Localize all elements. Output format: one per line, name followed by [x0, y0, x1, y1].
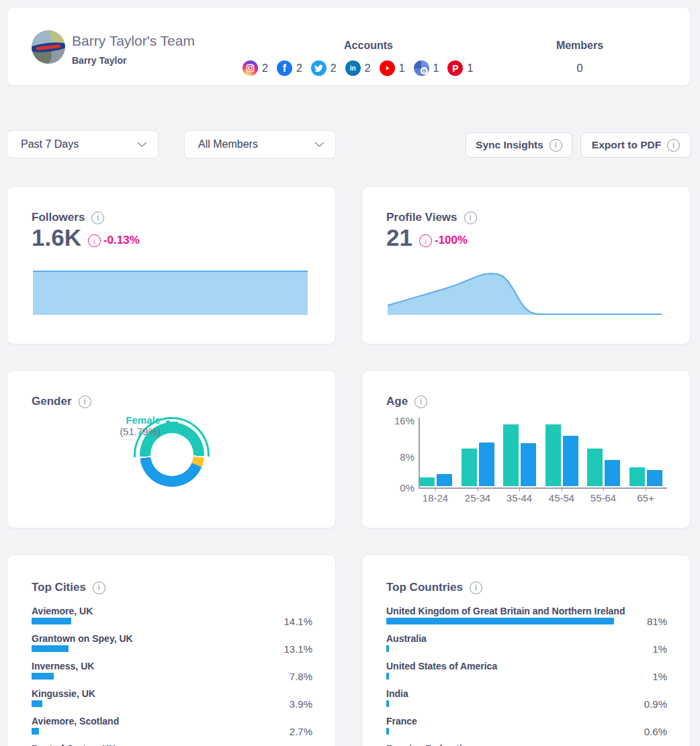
members-group: Members 0	[533, 40, 627, 75]
members-dropdown[interactable]: All Members	[184, 130, 336, 158]
team-names: Barry Taylor's Team Barry Taylor	[72, 33, 195, 66]
list-item-label: Aviemore, Scotland	[32, 716, 312, 727]
instagram-icon	[243, 60, 258, 76]
insights-dashboard: { "header": { "team_name": "Barry Taylor…	[0, 0, 700, 746]
info-icon[interactable]: i	[470, 581, 482, 594]
info-icon[interactable]: i	[93, 581, 105, 594]
followers-change: ↓ -0.13%	[88, 234, 140, 247]
profile-views-area-chart	[388, 269, 662, 315]
list-item-bar	[386, 673, 389, 680]
followers-area-fill	[33, 271, 308, 315]
date-range-dropdown[interactable]: Past 7 Days	[7, 130, 159, 158]
sync-insights-button[interactable]: Sync Insights i	[466, 132, 572, 158]
members-label: Members	[533, 40, 627, 52]
info-icon[interactable]: i	[464, 212, 477, 224]
age-x-label: 18-24	[412, 492, 459, 504]
list-item-label: Kingussie, UK	[32, 688, 312, 699]
age-ytick-16: 16%	[388, 415, 414, 426]
chevron-down-icon	[137, 142, 147, 148]
profile_views-area-fill	[388, 273, 662, 315]
age-bar-group-35-44	[503, 424, 536, 486]
age-bar-female	[503, 424, 519, 486]
info-icon[interactable]: i	[414, 395, 427, 408]
members-count: 0	[533, 62, 627, 75]
info-icon[interactable]: i	[91, 212, 104, 224]
list-item-bar	[386, 728, 389, 735]
youtube-icon	[380, 60, 395, 76]
google-my-business-account-count: 1	[433, 62, 439, 75]
list-item-value: 1%	[652, 671, 667, 682]
accounts-row: 2f22in21G1P1	[243, 60, 494, 76]
account-twitter: 2	[311, 60, 337, 76]
list-item: Russian Federation	[386, 743, 667, 746]
list-item-label: Inverness, UK	[32, 661, 312, 671]
owner-name: Barry Taylor	[72, 55, 195, 66]
age-x-axis	[419, 487, 667, 489]
list-item-bar	[386, 645, 389, 652]
sync-insights-label: Sync Insights	[476, 139, 543, 151]
top-cities-title: Top Cities	[32, 581, 86, 594]
age-x-tick	[603, 487, 604, 492]
age-x-label: 65+	[622, 492, 669, 504]
age-x-tick	[519, 487, 520, 492]
account-facebook: f2	[277, 60, 302, 76]
age-bar-male	[521, 443, 536, 486]
age-bar-group-55-64	[587, 449, 620, 486]
top-countries-card: Top Countries i United Kingdom of Great …	[361, 555, 691, 746]
age-bar-group-25-34	[462, 442, 494, 486]
age-x-label: 35-44	[496, 492, 543, 504]
gender-title: Gender	[32, 395, 72, 408]
list-item-bar	[32, 700, 42, 707]
list-item-label: Australia	[386, 633, 667, 644]
account-pinterest: P1	[447, 60, 473, 76]
team-avatar	[32, 30, 65, 64]
info-icon[interactable]: i	[79, 395, 91, 408]
age-bar-male	[563, 436, 578, 486]
info-icon[interactable]: i	[667, 139, 680, 152]
age-bar-group-65+	[629, 467, 662, 486]
gender-donut-hole	[150, 433, 193, 476]
list-item-label: Russian Federation	[386, 743, 667, 746]
profile-views-title: Profile Views	[386, 211, 457, 224]
age-bar-female	[545, 424, 561, 486]
profile-views-change: ↓ -100%	[419, 234, 468, 247]
profile-views-value: 21	[386, 226, 412, 249]
linkedin-icon: in	[345, 60, 361, 76]
list-item-value: 7.8%	[290, 671, 312, 682]
list-item-label: Grantown on Spey, UK	[32, 633, 312, 644]
accounts-label: Accounts	[243, 40, 494, 52]
list-item: Boat of Garten, UK	[32, 743, 312, 746]
pinterest-account-count: 1	[467, 62, 473, 75]
list-item-label: India	[386, 688, 667, 699]
age-ytick-0: 0%	[388, 482, 414, 494]
chevron-down-icon	[314, 142, 324, 148]
followers-title: Followers	[32, 211, 85, 224]
list-item-value: 3.9%	[290, 698, 312, 710]
list-item-value: 1%	[652, 643, 667, 655]
list-item-value: 0.6%	[644, 726, 667, 737]
list-item: Kingussie, UK3.9%	[32, 688, 312, 716]
arrow-down-circle-icon: ↓	[419, 234, 432, 247]
list-item-bar	[32, 728, 39, 735]
list-item-label: France	[386, 716, 667, 727]
google-g-badge: G	[421, 67, 428, 75]
team-name: Barry Taylor's Team	[72, 33, 195, 49]
age-bar-female	[419, 477, 435, 486]
account-youtube: 1	[380, 60, 405, 76]
followers-card: Followers i 1.6K ↓ -0.13%	[7, 186, 336, 344]
google-my-business-icon: G	[414, 60, 429, 76]
age-bar-female	[462, 449, 477, 486]
age-bar-female	[587, 449, 603, 486]
pinterest-icon: P	[447, 60, 463, 76]
account-linkedin: in2	[345, 60, 371, 76]
list-item-label: Aviemore, UK	[32, 606, 312, 616]
list-item: Grantown on Spey, UK13.1%	[32, 633, 312, 661]
age-ytick-8: 8%	[388, 451, 414, 463]
list-item-bar	[386, 618, 614, 624]
list-item-label: United Kingdom of Great Britain and Nort…	[386, 606, 667, 616]
gender-card: Gender i Female (51.79%)	[7, 370, 336, 528]
profile-views-change-text: -100%	[435, 234, 468, 247]
export-pdf-button[interactable]: Export to PDF i	[580, 132, 691, 158]
info-icon[interactable]: i	[550, 139, 562, 152]
top-countries-list: United Kingdom of Great Britain and Nort…	[386, 606, 667, 746]
